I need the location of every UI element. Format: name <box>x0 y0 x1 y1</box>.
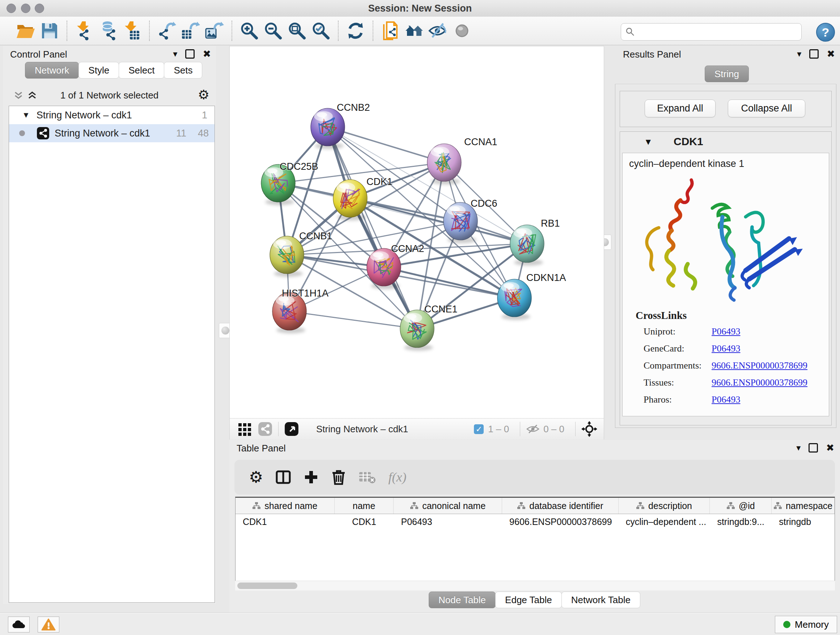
zoom-in-button[interactable] <box>237 19 261 42</box>
memory-button[interactable]: Memory <box>775 616 837 633</box>
results-panel-menu-icon[interactable]: ▾ <box>797 49 801 59</box>
network-node[interactable] <box>427 144 461 185</box>
results-panel-float-icon[interactable] <box>809 49 819 59</box>
network-node[interactable] <box>367 249 401 289</box>
folder-open-icon <box>16 21 36 41</box>
crosslink-link[interactable]: P06493 <box>712 326 740 337</box>
network-node[interactable] <box>400 310 434 351</box>
network-canvas[interactable]: CCNB2CCNA1CDC25BCDK1CDC6RB1CCNB1CCNA2CDK… <box>230 46 604 418</box>
results-panel-close-icon[interactable]: ✖ <box>827 48 835 59</box>
search-box <box>621 23 802 41</box>
zoom-selected-icon <box>311 21 331 41</box>
column-header[interactable]: name <box>335 498 394 514</box>
column-header[interactable]: shared name <box>235 498 335 514</box>
results-panel: Results Panel ▾ ✖ String Expand All Coll… <box>611 46 840 439</box>
crosslink-link[interactable]: 9606.ENSP00000378699 <box>712 377 807 388</box>
table-cell: stringdb:9... <box>710 514 772 529</box>
application-window: Session: New Session ? Control Panel ▾ ✖… <box>0 0 840 635</box>
network-view-share-icon[interactable] <box>258 422 272 436</box>
network-node[interactable] <box>497 279 531 320</box>
crosslink-label: GeneCard: <box>644 343 712 354</box>
network-collection-row[interactable]: ▼ String Network – cdk1 1 <box>9 106 215 124</box>
crosslink-row: GeneCard: P06493 <box>644 343 817 354</box>
cdk1-collapse-icon[interactable]: ▼ <box>644 137 653 147</box>
collection-expand-icon[interactable]: ▼ <box>22 111 30 120</box>
table-cell: stringdb <box>772 514 835 529</box>
tab-node-table[interactable]: Node Table <box>429 592 496 608</box>
control-panel-title: Control Panel <box>10 49 67 60</box>
import-database-icon <box>98 21 118 41</box>
network-options-gear-icon[interactable]: ⚙ <box>198 87 210 103</box>
column-header[interactable]: @id <box>710 498 772 514</box>
graphics-details-button[interactable] <box>450 19 474 42</box>
cloud-status-button[interactable] <box>8 616 30 632</box>
fit-content-crosshair-icon[interactable] <box>581 421 597 437</box>
tab-style[interactable]: Style <box>79 62 119 79</box>
table-horizontal-scrollbar[interactable] <box>235 581 835 591</box>
network-overview-button[interactable] <box>378 19 402 42</box>
control-panel-menu-icon[interactable]: ▾ <box>173 49 177 59</box>
network-node[interactable] <box>270 236 304 277</box>
show-columns-icon[interactable] <box>275 469 291 485</box>
scrollbar-thumb[interactable] <box>237 583 297 589</box>
add-column-plus-icon[interactable] <box>303 470 319 485</box>
table-panel-close-icon[interactable]: ✖ <box>826 442 834 453</box>
help-button[interactable]: ? <box>816 23 835 42</box>
import-network-from-file-button[interactable] <box>73 19 96 42</box>
network-edge[interactable] <box>328 127 444 163</box>
network-edge[interactable] <box>328 127 417 329</box>
crosslink-link[interactable]: 9606.ENSP00000378699 <box>712 360 807 371</box>
export-table-button[interactable] <box>179 19 202 42</box>
selected-checkbox-icon[interactable]: ✓ <box>474 424 484 434</box>
delete-column-trash-icon[interactable] <box>331 469 346 486</box>
network-edge[interactable] <box>289 311 417 329</box>
tab-sets[interactable]: Sets <box>164 62 202 79</box>
network-row-selected[interactable]: String Network – cdk1 11 48 <box>9 124 215 142</box>
tab-network[interactable]: Network <box>25 62 79 79</box>
refresh-icon <box>346 21 366 41</box>
zoom-selected-button[interactable] <box>309 19 333 42</box>
tab-edge-table[interactable]: Edge Table <box>495 592 562 608</box>
control-panel-close-icon[interactable]: ✖ <box>202 48 211 59</box>
hide-unhide-button[interactable] <box>426 19 450 42</box>
control-panel-float-icon[interactable] <box>185 49 195 59</box>
column-header[interactable]: canonical name <box>393 498 502 514</box>
save-session-button[interactable] <box>38 19 62 42</box>
warning-status-button[interactable] <box>38 616 59 632</box>
expand-all-button[interactable]: Expand All <box>645 100 715 117</box>
tab-network-table[interactable]: Network Table <box>561 592 640 608</box>
column-header[interactable]: namespace <box>772 498 835 514</box>
network-node-label: CDC6 <box>471 198 497 209</box>
detach-view-icon[interactable] <box>284 422 299 436</box>
zoom-fit-button[interactable] <box>285 19 309 42</box>
column-header[interactable]: description <box>619 498 710 514</box>
open-session-button[interactable] <box>14 19 38 42</box>
import-table-from-file-button[interactable] <box>120 19 144 42</box>
home-button[interactable] <box>402 19 426 42</box>
table-panel-float-icon[interactable] <box>808 443 818 453</box>
export-image-icon <box>204 21 225 41</box>
refresh-button[interactable] <box>344 19 368 42</box>
table-row[interactable]: CDK1CDK1P064939606.ENSP00000378699cyclin… <box>235 514 835 529</box>
crosslinks-list: Uniprot: P06493GeneCard: P06493Compartme… <box>644 326 817 411</box>
network-node[interactable] <box>311 108 345 149</box>
tab-select[interactable]: Select <box>118 62 164 79</box>
toolbar-separator <box>373 21 373 41</box>
network-node[interactable] <box>510 225 544 266</box>
import-network-from-database-button[interactable] <box>96 19 120 42</box>
table-panel-menu-icon[interactable]: ▾ <box>796 443 801 453</box>
search-icon <box>625 27 635 36</box>
column-header[interactable]: database identifier <box>502 498 619 514</box>
table-settings-gear-icon[interactable]: ⚙ <box>249 469 263 485</box>
grid-view-icon[interactable] <box>238 422 252 436</box>
export-network-button[interactable] <box>155 19 179 42</box>
tab-string[interactable]: String <box>705 65 749 82</box>
eye-slash-icon <box>428 21 448 41</box>
zoom-out-button[interactable] <box>261 19 285 42</box>
crosslink-link[interactable]: P06493 <box>712 343 740 354</box>
export-image-button[interactable] <box>202 19 226 42</box>
network-edge[interactable] <box>384 267 515 298</box>
search-input[interactable] <box>638 27 801 37</box>
crosslink-link[interactable]: P06493 <box>712 394 740 405</box>
collapse-all-button[interactable]: Collapse All <box>728 100 805 117</box>
